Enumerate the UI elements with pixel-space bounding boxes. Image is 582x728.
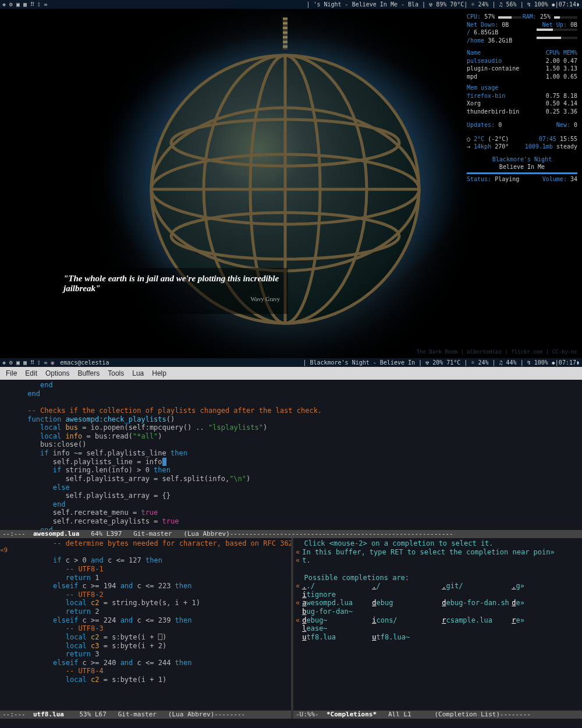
completion-item[interactable]: .g» xyxy=(512,582,581,591)
now-playing-track: Believe In Me xyxy=(467,163,577,171)
window-title: emacs@celestia xyxy=(60,359,109,366)
menu-icon[interactable]: ❖ xyxy=(2,1,6,8)
editor-pane-bottom-left[interactable]: -- determine bytes needed for character,… xyxy=(0,538,291,719)
menu-tools[interactable]: Tools xyxy=(108,369,124,377)
completion-item[interactable]: re» xyxy=(512,616,581,625)
completion-item[interactable]: de» xyxy=(512,599,581,607)
emacs-window: ❖ ⚙ ▣ ▦ ⠿ ⟟ ≈ ◉ emacs@celestia | Blackmo… xyxy=(0,358,582,728)
completion-item[interactable]: debug~ xyxy=(302,616,372,625)
conky-panel: CPU: 57% RAM: 25% Net Down: 0BNet Up: 0B… xyxy=(467,13,577,183)
tag-icon[interactable]: ▦ xyxy=(23,1,27,8)
completion-item[interactable]: rcsample.lua xyxy=(442,616,512,625)
wallpaper-quote: "The whole earth is in jail and we're pl… xyxy=(55,268,288,314)
menu-buffers[interactable]: Buffers xyxy=(77,369,100,377)
completion-item[interactable]: utf8.lua xyxy=(302,633,372,642)
tag-icon[interactable]: ≈ xyxy=(44,359,47,366)
completion-item[interactable]: ../ xyxy=(302,582,372,591)
tag-icon[interactable]: ⟟ xyxy=(38,359,40,366)
completion-item[interactable]: awesompd.lua xyxy=(302,599,372,607)
wallpaper-credit: The Dark Room | albertodiaz | flickr.com… xyxy=(417,349,577,355)
tag-list[interactable]: ❖ ⚙ ▣ ▦ ⠿ ⟟ ≈ ◉ emacs@celestia xyxy=(0,359,109,366)
tag-icon[interactable]: ⠿ xyxy=(30,359,34,366)
quote-attribution: Wavy Gravy xyxy=(63,296,280,302)
tag-list[interactable]: ❖ ⚙ ▣ ▦ ⠿ ⟟ ≈ xyxy=(0,1,47,8)
editor-pane-top[interactable]: end end -- Checks if the collection of p… xyxy=(0,380,582,530)
menu-file[interactable]: File xyxy=(6,369,17,377)
completion-item[interactable]: .git/ xyxy=(442,582,512,591)
menu-help[interactable]: Help xyxy=(152,369,166,377)
modeline-top: --:--- awesompd.lua 64% L397 Git-master … xyxy=(0,530,582,538)
completion-item[interactable]: debug xyxy=(372,599,442,607)
topbar-1: ❖ ⚙ ▣ ▦ ⠿ ⟟ ≈ | 's Night - Believe In Me… xyxy=(0,0,582,9)
now-playing-artist: Blackmore's Night xyxy=(467,156,577,164)
modeline-bl: --:--- utf8.lua 53% L67 Git-master (Lua … xyxy=(0,711,291,719)
tag-icon[interactable]: ▣ xyxy=(16,359,20,366)
completion-item[interactable]: lease~ xyxy=(302,624,372,633)
completion-item[interactable]: itignore xyxy=(302,591,372,599)
tag-icon[interactable]: ⟟ xyxy=(38,1,40,8)
tag-icon[interactable]: ▦ xyxy=(23,359,27,366)
quote-text: "The whole earth is in jail and we're pl… xyxy=(63,274,280,294)
completion-item[interactable]: utf8.lua~ xyxy=(372,633,442,642)
tag-icon[interactable]: ⚙ xyxy=(9,1,13,8)
emacs-icon: ◉ xyxy=(51,359,54,366)
modeline-br: -U:%%- *Completions* All L1 (Completion … xyxy=(293,711,582,719)
menu-options[interactable]: Options xyxy=(45,369,69,377)
completions-pane[interactable]: Click <mouse-2> on a completion to selec… xyxy=(293,538,582,719)
topbar-2: ❖ ⚙ ▣ ▦ ⠿ ⟟ ≈ ◉ emacs@celestia | Blackmo… xyxy=(0,358,582,367)
cage-chain xyxy=(283,17,288,50)
tag-icon[interactable]: ≈ xyxy=(44,1,47,8)
minibuffer[interactable] xyxy=(0,719,582,728)
completion-item[interactable]: bug-for-dan~ xyxy=(302,607,372,616)
menu-edit[interactable]: Edit xyxy=(25,369,37,377)
completion-item[interactable]: debug-for-dan.sh xyxy=(442,599,512,607)
menu-icon[interactable]: ❖ xyxy=(2,359,6,366)
emacs-menubar[interactable]: FileEditOptionsBuffersToolsLuaHelp xyxy=(0,367,582,380)
topbar-status: | 's Night - Believe In Me - Bla | ☢ 89%… xyxy=(306,1,582,8)
tag-icon[interactable]: ▣ xyxy=(16,1,20,8)
tag-icon[interactable]: ⚙ xyxy=(9,359,13,366)
tag-icon[interactable]: ⠿ xyxy=(30,1,34,8)
topbar-status: | Blackmore's Night - Believe In | ☢ 20%… xyxy=(303,359,582,366)
gutter-bl: «9 xyxy=(0,538,12,711)
completion-item[interactable]: icons/ xyxy=(372,616,442,625)
menu-lua[interactable]: Lua xyxy=(132,369,144,377)
completion-item[interactable]: ./ xyxy=(372,582,442,591)
